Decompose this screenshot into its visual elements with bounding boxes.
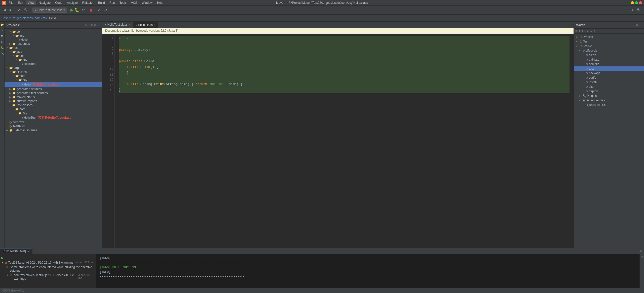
forward-button[interactable]: ▶	[8, 8, 13, 12]
run-tab-close-icon[interactable]: ×	[28, 249, 30, 253]
maven-item-verify[interactable]: ⚙ verify	[574, 75, 644, 80]
bottom-tab-run[interactable]: Run: Test02 [test] ×	[0, 248, 32, 254]
maven-m-icon[interactable]: m	[589, 30, 592, 33]
settings-button[interactable]: ⚙	[96, 8, 101, 12]
vcs-button[interactable]: ⎇	[102, 8, 109, 12]
run-config-selector[interactable]: ● HelloTest.testHello ▾	[32, 8, 67, 13]
maven-add-icon[interactable]: +	[584, 30, 586, 33]
project-dropdown-icon[interactable]: ▾	[18, 23, 19, 27]
breadcrumb-hello[interactable]: Hello	[49, 16, 56, 20]
menu-help[interactable]: Help	[155, 1, 165, 5]
tree-item-resources[interactable]: ▶ 📁 resources	[5, 42, 102, 46]
menu-file[interactable]: File	[7, 1, 15, 5]
tree-item-com[interactable]: ▾ 📂 com	[5, 30, 102, 34]
run-item-3[interactable]: ▶ ⚠ com.zcy.maven:Test02:jar:1.0-SNAPSHO…	[1, 273, 94, 281]
maven-item-plugins[interactable]: ▶ 🔧 Plugins	[574, 94, 644, 98]
tree-item-iml[interactable]: ⬡ Test02.iml	[5, 124, 102, 128]
settings-gear-icon[interactable]: ⚙	[85, 23, 88, 27]
tab-hellotest[interactable]: ● HelloTest.class ×	[102, 22, 133, 28]
menu-refactor[interactable]: Refactor	[80, 1, 96, 5]
tree-item-gen-test-sources[interactable]: ▶ 📁 generated-test-sources	[5, 91, 102, 95]
tree-item-target[interactable]: ▾ 📂 target	[5, 66, 102, 70]
refresh-button[interactable]: ⟳	[16, 8, 22, 12]
debug-icon[interactable]: 🐛	[0, 46, 4, 50]
tree-item-zcy3[interactable]: ▾ 📂 zcy	[5, 78, 102, 82]
maven-item-deploy[interactable]: ⚙ deploy	[574, 89, 644, 94]
maven-item-lifecycle[interactable]: ▾ ⊕ Lifecycle	[574, 48, 644, 53]
build-button[interactable]: 🔨	[23, 8, 29, 12]
menu-analyze[interactable]: Analyze	[65, 1, 80, 5]
find-icon[interactable]: 🔍	[0, 34, 4, 38]
settings-icon[interactable]: ⚙	[640, 250, 642, 253]
favorites-icon[interactable]: ★	[1, 28, 4, 32]
search-everywhere-button[interactable]: 🔍	[635, 8, 642, 12]
menu-view[interactable]: View	[26, 1, 36, 5]
maven-close-icon[interactable]: —	[639, 23, 642, 27]
maven-item-junit[interactable]: ⊞ junit:junit:4.5	[574, 103, 644, 107]
menu-code[interactable]: Code	[53, 1, 64, 5]
menu-build[interactable]: Build	[96, 1, 107, 5]
tree-item-surefire[interactable]: ▶ 📁 surefire-reports	[5, 99, 102, 103]
tree-item-test-classes[interactable]: ▾ 📂 test-classes	[5, 103, 102, 107]
breadcrumb-target[interactable]: target	[13, 16, 21, 20]
menu-window[interactable]: Window	[140, 1, 155, 5]
tree-item-ext-libs[interactable]: ▶ 📁 External Libraries	[5, 128, 102, 132]
maven-item-dependencies[interactable]: ▾ ⊞ Dependencies	[574, 98, 644, 103]
code-content[interactable]: /.../ package com.zcy; public class Hell…	[115, 34, 574, 248]
tree-item-zcy4[interactable]: ▾ 📂 zcy	[5, 111, 102, 115]
breadcrumb-com[interactable]: com	[35, 16, 41, 20]
tree-item-java[interactable]: ▾ 📂 java	[5, 50, 102, 54]
menu-run[interactable]: Run	[107, 1, 117, 5]
close-button[interactable]	[639, 1, 642, 4]
maven-item-package[interactable]: ⚙ package	[574, 71, 644, 75]
maven-item-test-goal[interactable]: ⚙ test	[574, 66, 644, 71]
stop-button[interactable]: ◼	[90, 8, 93, 12]
maximize-button[interactable]	[635, 1, 638, 4]
maven-settings-icon[interactable]: ⚙	[636, 23, 638, 27]
tree-item-maven-status[interactable]: ▶ 📁 maven-status	[5, 95, 102, 99]
wrench-icon[interactable]: 🔧	[0, 52, 4, 55]
maven-item-clean[interactable]: ⚙ clean	[574, 53, 644, 57]
code-editor[interactable]: 1 5 6 7 8 9 10 11 12 15 16 /.../ package…	[102, 34, 574, 248]
tree-item-hello[interactable]: ● Hello	[5, 38, 102, 42]
tree-item-zcy[interactable]: ▾ 📂 zcy	[5, 34, 102, 38]
tree-item-com3[interactable]: ▾ 📂 com	[5, 74, 102, 78]
breadcrumb-test02[interactable]: Test02	[2, 16, 11, 20]
tree-item-classes[interactable]: ▾ 📂 classes	[5, 70, 102, 74]
run-button[interactable]: ▶	[70, 8, 73, 12]
maven-item-validate[interactable]: ⚙ validate	[574, 57, 644, 62]
maven-download-sources-icon[interactable]: ⬇	[581, 29, 584, 33]
maven-run-icon[interactable]: ▶	[587, 29, 589, 33]
run-icon[interactable]: ▶	[1, 40, 4, 44]
tree-item-com4[interactable]: ▾ 📂 com	[5, 107, 102, 111]
menu-tools[interactable]: Tools	[118, 1, 129, 5]
back-button[interactable]: ◀	[2, 8, 7, 12]
maven-item-compile[interactable]: ⚙ compile	[574, 62, 644, 66]
bottom-settings-icon[interactable]: ⚙	[641, 255, 643, 258]
breadcrumb-zcy[interactable]: zcy	[43, 16, 47, 20]
project-icon[interactable]: 📁	[0, 23, 4, 26]
collapse-icon[interactable]: —	[97, 23, 100, 27]
maven-item-profiles[interactable]: ▶ ⬡ Profiles	[574, 35, 644, 39]
terminal-button[interactable]: ⊞	[629, 8, 634, 12]
maven-item-test-module[interactable]: ▶ ⬡ Test	[574, 39, 644, 44]
sort-icon[interactable]: ↕	[89, 23, 90, 27]
tree-item-hellotest[interactable]: ● HelloTest	[5, 62, 102, 66]
tree-item-pom[interactable]: ⬡ pom.xml	[5, 120, 102, 124]
maven-collapse-all-icon[interactable]: ⊟	[593, 29, 595, 33]
tab-hello[interactable]: ● Hello.class ×	[133, 22, 158, 28]
menu-edit[interactable]: Edit	[16, 1, 25, 5]
tree-item-hello2[interactable]: ● Hello 其实是Hello.class	[5, 82, 102, 87]
maven-item-test02[interactable]: ▾ ⬡ Test02	[574, 44, 644, 48]
tree-item-test[interactable]: ▾ 📂 test	[5, 46, 102, 50]
tree-item-com2[interactable]: ▾ 📂 com	[5, 54, 102, 58]
run-output[interactable]: [INFO] ---------------------------------…	[96, 254, 639, 288]
maven-item-site[interactable]: ⚙ site	[574, 85, 644, 89]
filter-icon[interactable]: ≡	[91, 23, 93, 27]
gear-icon[interactable]: ⚙	[94, 23, 96, 27]
maven-tree[interactable]: ▶ ⬡ Profiles ▶ ⬡ Test ▾ ⬡ Test02 ▾ ⊕ Lif…	[574, 34, 644, 248]
tree-item-gen-sources[interactable]: ▶ 📁 generated-sources	[5, 87, 102, 91]
tab-close-hellotest[interactable]: ×	[129, 23, 130, 26]
tab-close-hello[interactable]: ×	[154, 24, 155, 26]
project-tree[interactable]: ▾ 📂 com ▾ 📂 zcy ● Hello ▶ 📁 resources	[5, 29, 102, 248]
